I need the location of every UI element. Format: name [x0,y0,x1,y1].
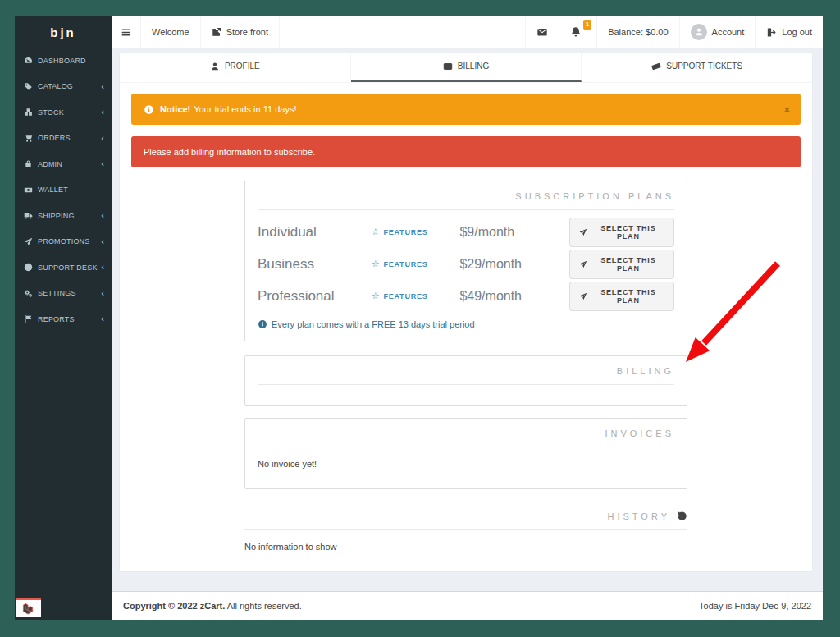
sidebar-item-label: SUPPORT DESK [38,264,101,272]
sidebar-item-label: SHIPPING [38,212,101,220]
history-heading-row: HISTORY [244,511,687,521]
laravel-debugbar-badge[interactable] [16,598,41,617]
notifications-button[interactable]: 1 [559,16,596,48]
star-icon: ☆ [372,291,381,301]
chevron-left-icon: ‹ [101,237,104,246]
sidebar-item-admin[interactable]: ADMIN‹ [15,151,112,177]
sidebar-item-label: SETTINGS [38,289,101,297]
chevron-left-icon: ‹ [101,314,104,323]
lock-icon [24,159,38,168]
invoices-empty-message: No invoice yet! [258,459,674,469]
history-heading: HISTORY [608,511,671,521]
ticket-icon [651,62,661,71]
money-icon [24,186,38,195]
flag-icon [24,314,38,323]
account-menu[interactable]: Account [679,16,756,48]
sidebar-item-orders[interactable]: ORDERS‹ [15,126,112,152]
paper-plane-icon [579,228,587,236]
invoices-panel: INVOICES No invoice yet! [244,418,687,489]
sidebar-item-label: STOCK [38,108,101,117]
external-link-icon [212,27,221,37]
divider [258,209,674,210]
logout-label: Log out [782,27,812,37]
user-icon [694,27,704,37]
trial-notice-prefix: Notice! [160,104,190,114]
messages-button[interactable] [525,16,559,48]
features-link[interactable]: ☆FEATURES [372,227,460,237]
sidebar-item-promotions[interactable]: PROMOTIONS‹ [15,229,112,255]
sidebar-item-label: WALLET [38,186,104,194]
plan-name: Business [258,256,372,273]
features-link[interactable]: ☆FEATURES [372,291,460,301]
logout-button[interactable]: Log out [755,16,823,48]
sidebar-item-settings[interactable]: SETTINGS‹ [15,281,112,307]
plan-price: $29/month [459,257,568,272]
divider [244,529,687,530]
plan-price: $9/month [459,225,568,240]
subscription-plans-panel: SUBSCRIPTION PLANS Individual☆FEATURES$9… [244,181,687,341]
plan-row-professional: Professional☆FEATURES$49/monthSELECT THI… [258,286,674,306]
welcome-link[interactable]: Welcome [141,16,201,48]
tag-icon [24,82,38,91]
sidebar-item-label: ORDERS [38,134,101,142]
sidebar-item-label: PROMOTIONS [38,237,101,245]
chevron-left-icon: ‹ [101,82,104,91]
app-logo[interactable]: bjn [15,16,112,48]
topbar: Welcome Store front 1 Balance: $0.00 [112,16,823,48]
sidebar-item-catalog[interactable]: CATALOG‹ [15,74,112,100]
sidebar-item-shipping[interactable]: SHIPPING‹ [15,203,112,229]
chevron-left-icon: ‹ [101,289,104,298]
select-plan-button[interactable]: SELECT THIS PLAN [569,250,674,279]
paper-plane-icon [579,292,587,300]
billing-required-text: Please add billing information to subscr… [144,147,315,157]
cart-icon [24,134,38,143]
chevron-left-icon: ‹ [101,211,104,220]
main-area: Welcome Store front 1 Balance: $0.00 [112,16,823,620]
trial-notice-text: Notice! Your trial ends in 11 days! [160,104,297,114]
tab-support-tickets[interactable]: SUPPORT TICKETS [582,53,812,82]
avatar [691,24,707,40]
plan-row-business: Business☆FEATURES$29/monthSELECT THIS PL… [258,254,674,274]
divider [258,447,674,447]
gears-icon [24,289,38,298]
sidebar-item-stock[interactable]: STOCK‹ [15,99,112,126]
select-plan-button[interactable]: SELECT THIS PLAN [569,218,674,247]
notification-badge: 1 [583,20,591,30]
tab-billing[interactable]: BILLING [351,53,582,82]
storefront-link[interactable]: Store front [201,16,280,48]
sidebar-item-reports[interactable]: REPORTS‹ [15,306,112,332]
sidebar-item-label: REPORTS [38,315,101,323]
billing-heading: BILLING [258,366,674,376]
laravel-icon [22,603,34,615]
plan-price: $49/month [459,289,568,304]
tab-bar: PROFILEBILLINGSUPPORT TICKETS [120,53,812,83]
sidebar-item-label: DASHBOARD [38,57,104,65]
account-card: PROFILEBILLINGSUPPORT TICKETS Notice! Yo… [120,53,812,571]
sidebar-item-label: CATALOG [38,82,101,90]
features-label: FEATURES [383,260,427,268]
billing-required-alert: Please add billing information to subscr… [131,136,801,167]
plan-name: Individual [258,224,372,241]
features-label: FEATURES [383,292,427,300]
balance-display[interactable]: Balance: $0.00 [596,16,678,48]
divider [258,384,674,385]
close-icon[interactable]: × [783,103,790,116]
sidebar-toggle-button[interactable] [112,16,141,48]
sidebar-item-support-desk[interactable]: SUPPORT DESK‹ [15,254,112,281]
billing-panel: BILLING [244,355,687,406]
subscription-plans-heading: SUBSCRIPTION PLANS [258,191,674,201]
balance-label: Balance: $0.00 [608,27,668,37]
plan-name: Professional [258,288,372,305]
sidebar-item-wallet[interactable]: WALLET [15,177,112,204]
select-plan-label: SELECT THIS PLAN [592,224,664,241]
features-label: FEATURES [383,228,427,236]
features-link[interactable]: ☆FEATURES [372,259,460,269]
storefront-label: Store front [226,27,268,37]
history-section: HISTORY No information to show [244,511,687,568]
tab-profile[interactable]: PROFILE [120,53,351,82]
tab-label: BILLING [458,62,489,71]
sidebar-item-dashboard[interactable]: DASHBOARD [15,48,112,74]
select-plan-button[interactable]: SELECT THIS PLAN [569,282,674,311]
life-ring-icon [24,263,38,272]
star-icon: ☆ [372,259,381,269]
